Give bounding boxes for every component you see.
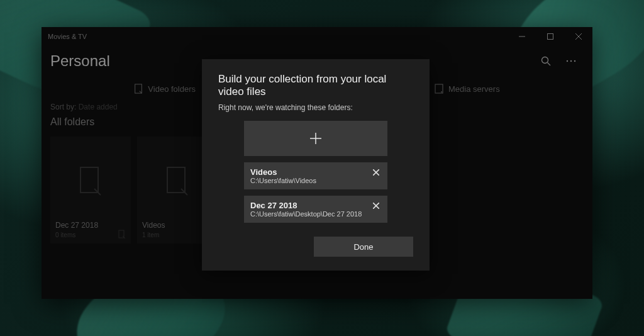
remove-folder-button[interactable] xyxy=(371,167,381,177)
done-button[interactable]: Done xyxy=(314,237,413,257)
watched-folder-item[interactable]: Videos C:\Users\fatiw\Videos xyxy=(244,162,387,189)
watched-folder-name: Videos xyxy=(250,167,371,177)
add-folder-button[interactable] xyxy=(244,121,387,156)
watched-folder-item[interactable]: Dec 27 2018 C:\Users\fatiw\Desktop\Dec 2… xyxy=(244,196,387,223)
dialog-title: Build your collection from your local vi… xyxy=(218,73,413,98)
dialog-subtitle: Right now, we're watching these folders: xyxy=(218,103,413,112)
plus-icon xyxy=(309,132,323,145)
close-icon xyxy=(373,169,379,176)
watched-folder-path: C:\Users\fatiw\Videos xyxy=(250,177,371,184)
watched-folder-name: Dec 27 2018 xyxy=(250,201,371,210)
build-collection-dialog: Build your collection from your local vi… xyxy=(202,59,430,271)
close-icon xyxy=(373,203,379,209)
remove-folder-button[interactable] xyxy=(371,201,381,211)
watched-folder-path: C:\Users\fatiw\Desktop\Dec 27 2018 xyxy=(250,210,371,218)
